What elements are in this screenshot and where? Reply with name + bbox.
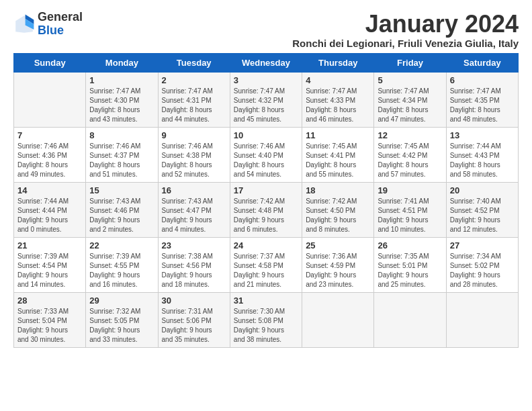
day-content: Sunrise: 7:38 AM Sunset: 4:56 PM Dayligh… [162,252,226,289]
day-number: 2 [162,75,226,85]
day-number: 7 [17,130,82,140]
calendar-cell: 10Sunrise: 7:46 AM Sunset: 4:40 PM Dayli… [230,127,302,182]
day-content: Sunrise: 7:46 AM Sunset: 4:40 PM Dayligh… [234,142,298,179]
logo-blue: Blue [38,24,83,38]
calendar-cell: 26Sunrise: 7:35 AM Sunset: 5:01 PM Dayli… [374,237,446,292]
calendar-cell: 13Sunrise: 7:44 AM Sunset: 4:43 PM Dayli… [446,127,518,182]
calendar-cell: 27Sunrise: 7:34 AM Sunset: 5:02 PM Dayli… [446,237,518,292]
day-content: Sunrise: 7:47 AM Sunset: 4:32 PM Dayligh… [234,87,298,124]
logo-icon [13,13,35,35]
month-title: January 2024 [292,11,519,38]
calendar-cell: 17Sunrise: 7:42 AM Sunset: 4:48 PM Dayli… [230,182,302,237]
calendar-cell: 28Sunrise: 7:33 AM Sunset: 5:04 PM Dayli… [14,292,86,347]
day-number: 29 [89,295,154,306]
day-content: Sunrise: 7:47 AM Sunset: 4:30 PM Dayligh… [89,87,154,124]
week-row-3: 14Sunrise: 7:44 AM Sunset: 4:44 PM Dayli… [14,182,519,237]
day-number: 8 [89,130,154,140]
day-content: Sunrise: 7:40 AM Sunset: 4:52 PM Dayligh… [450,197,515,234]
day-number: 10 [234,130,298,140]
day-number: 4 [306,75,370,85]
day-number: 14 [17,185,82,195]
day-content: Sunrise: 7:35 AM Sunset: 5:01 PM Dayligh… [378,252,442,289]
week-row-2: 7Sunrise: 7:46 AM Sunset: 4:36 PM Daylig… [14,127,519,182]
calendar-cell: 2Sunrise: 7:47 AM Sunset: 4:31 PM Daylig… [158,72,230,127]
day-number: 31 [234,295,298,306]
header-friday: Friday [374,53,446,72]
calendar-cell: 19Sunrise: 7:41 AM Sunset: 4:51 PM Dayli… [374,182,446,237]
calendar-cell [14,72,86,127]
logo-general: General [38,11,83,24]
day-number: 28 [17,295,82,306]
day-content: Sunrise: 7:42 AM Sunset: 4:48 PM Dayligh… [234,197,298,234]
week-row-1: 1Sunrise: 7:47 AM Sunset: 4:30 PM Daylig… [14,72,519,127]
calendar-cell: 20Sunrise: 7:40 AM Sunset: 4:52 PM Dayli… [446,182,518,237]
calendar-cell: 16Sunrise: 7:43 AM Sunset: 4:47 PM Dayli… [158,182,230,237]
day-content: Sunrise: 7:32 AM Sunset: 5:05 PM Dayligh… [89,307,154,345]
day-number: 27 [450,240,515,250]
calendar-cell: 7Sunrise: 7:46 AM Sunset: 4:36 PM Daylig… [14,127,86,182]
day-content: Sunrise: 7:44 AM Sunset: 4:43 PM Dayligh… [450,142,515,179]
calendar-cell: 1Sunrise: 7:47 AM Sunset: 4:30 PM Daylig… [86,72,158,127]
day-content: Sunrise: 7:45 AM Sunset: 4:41 PM Dayligh… [306,142,370,179]
day-number: 9 [162,130,226,140]
day-content: Sunrise: 7:45 AM Sunset: 4:42 PM Dayligh… [378,142,442,179]
logo-text: General Blue [38,11,83,38]
calendar-cell [374,292,446,347]
day-number: 22 [89,240,154,250]
day-number: 26 [378,240,442,250]
day-content: Sunrise: 7:47 AM Sunset: 4:33 PM Dayligh… [306,87,370,124]
week-row-5: 28Sunrise: 7:33 AM Sunset: 5:04 PM Dayli… [14,292,519,347]
day-content: Sunrise: 7:47 AM Sunset: 4:35 PM Dayligh… [450,87,515,124]
calendar-cell: 12Sunrise: 7:45 AM Sunset: 4:42 PM Dayli… [374,127,446,182]
calendar-cell: 11Sunrise: 7:45 AM Sunset: 4:41 PM Dayli… [302,127,374,182]
calendar-cell: 4Sunrise: 7:47 AM Sunset: 4:33 PM Daylig… [302,72,374,127]
day-content: Sunrise: 7:43 AM Sunset: 4:46 PM Dayligh… [89,197,154,234]
day-number: 6 [450,75,515,85]
day-number: 17 [234,185,298,195]
day-number: 12 [378,130,442,140]
day-content: Sunrise: 7:46 AM Sunset: 4:36 PM Dayligh… [17,142,82,179]
calendar-cell: 23Sunrise: 7:38 AM Sunset: 4:56 PM Dayli… [158,237,230,292]
day-content: Sunrise: 7:30 AM Sunset: 5:08 PM Dayligh… [234,307,298,345]
calendar-cell [446,292,518,347]
header-sunday: Sunday [14,53,86,72]
calendar-cell: 22Sunrise: 7:39 AM Sunset: 4:55 PM Dayli… [86,237,158,292]
day-number: 5 [378,75,442,85]
header-monday: Monday [86,53,158,72]
calendar-cell: 25Sunrise: 7:36 AM Sunset: 4:59 PM Dayli… [302,237,374,292]
day-number: 30 [162,295,226,306]
day-content: Sunrise: 7:36 AM Sunset: 4:59 PM Dayligh… [306,252,370,289]
page-header: General Blue January 2024 Ronchi dei Leg… [13,11,519,49]
title-block: January 2024 Ronchi dei Legionari, Friul… [292,11,519,49]
day-content: Sunrise: 7:37 AM Sunset: 4:58 PM Dayligh… [234,252,298,289]
calendar-cell: 21Sunrise: 7:39 AM Sunset: 4:54 PM Dayli… [14,237,86,292]
header-tuesday: Tuesday [158,53,230,72]
day-content: Sunrise: 7:41 AM Sunset: 4:51 PM Dayligh… [378,197,442,234]
day-content: Sunrise: 7:39 AM Sunset: 4:54 PM Dayligh… [17,252,82,289]
day-content: Sunrise: 7:39 AM Sunset: 4:55 PM Dayligh… [89,252,154,289]
day-content: Sunrise: 7:44 AM Sunset: 4:44 PM Dayligh… [17,197,82,234]
calendar-cell: 18Sunrise: 7:42 AM Sunset: 4:50 PM Dayli… [302,182,374,237]
day-number: 18 [306,185,370,195]
calendar-cell: 3Sunrise: 7:47 AM Sunset: 4:32 PM Daylig… [230,72,302,127]
day-content: Sunrise: 7:33 AM Sunset: 5:04 PM Dayligh… [17,307,82,345]
calendar-cell: 8Sunrise: 7:46 AM Sunset: 4:37 PM Daylig… [86,127,158,182]
calendar-cell: 6Sunrise: 7:47 AM Sunset: 4:35 PM Daylig… [446,72,518,127]
day-content: Sunrise: 7:46 AM Sunset: 4:38 PM Dayligh… [162,142,226,179]
day-number: 24 [234,240,298,250]
header-thursday: Thursday [302,53,374,72]
calendar-table: SundayMondayTuesdayWednesdayThursdayFrid… [13,53,519,348]
day-content: Sunrise: 7:43 AM Sunset: 4:47 PM Dayligh… [162,197,226,234]
day-number: 11 [306,130,370,140]
day-content: Sunrise: 7:31 AM Sunset: 5:06 PM Dayligh… [162,307,226,345]
day-number: 1 [89,75,154,85]
day-content: Sunrise: 7:42 AM Sunset: 4:50 PM Dayligh… [306,197,370,234]
day-number: 16 [162,185,226,195]
day-number: 21 [17,240,82,250]
calendar-cell: 30Sunrise: 7:31 AM Sunset: 5:06 PM Dayli… [158,292,230,347]
calendar-cell: 14Sunrise: 7:44 AM Sunset: 4:44 PM Dayli… [14,182,86,237]
week-row-4: 21Sunrise: 7:39 AM Sunset: 4:54 PM Dayli… [14,237,519,292]
day-number: 25 [306,240,370,250]
header-wednesday: Wednesday [230,53,302,72]
day-content: Sunrise: 7:47 AM Sunset: 4:31 PM Dayligh… [162,87,226,124]
